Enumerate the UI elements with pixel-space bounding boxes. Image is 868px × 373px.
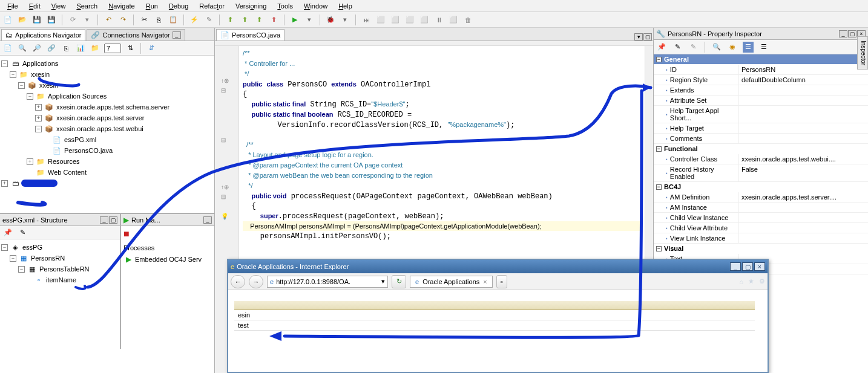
prop-category[interactable]: − General [654,54,868,65]
prop-row[interactable]: ▪View Link Instance [654,233,868,244]
ie-close-icon[interactable]: × [754,262,765,271]
cut-icon[interactable]: ✂ [139,15,150,25]
redo-icon[interactable]: ↷ [117,15,128,25]
prop-row[interactable]: ▪Attribute Set [654,96,868,106]
tab-applications-navigator[interactable]: 🗂 Applications Navigator [1,29,85,41]
tree-pkg3[interactable]: xxesin.oracle.apps.test.webui [55,125,145,132]
side-tab-inspector[interactable]: Inspector [857,36,868,70]
prop-row[interactable]: ▪Child View Instance [654,213,868,223]
save-icon[interactable]: 💾 [31,15,42,25]
deploy4-icon[interactable]: ⬆ [268,15,279,25]
ie-tab[interactable]: e Oracle Applications × [410,276,493,288]
struct-edit-icon[interactable]: ✎ [17,227,28,238]
tree-collapse-icon[interactable]: − [1,60,8,67]
nav-chart-icon[interactable]: 📊 [75,43,86,54]
ie-address-bar[interactable]: e http://127.0.0.1:8988/OA. ▾ [267,276,388,288]
tree-collapse-icon[interactable]: − [18,266,25,273]
ie-refresh-icon[interactable]: ↻ [392,275,406,288]
panel-max-icon[interactable]: ▢ [109,216,117,224]
tree-collapse-icon[interactable]: − [10,255,16,262]
tree-root[interactable]: Applications [21,60,59,67]
insp-list-icon[interactable]: ☰ [758,42,769,53]
menu-debug[interactable]: Debug [164,1,193,11]
pause-icon[interactable]: ⏸ [433,15,444,25]
ie-newtab-icon[interactable]: ▫ [496,275,507,288]
tree-expand-icon[interactable]: + [27,158,33,165]
panel-max-icon[interactable]: ▢ [848,30,856,37]
nav-new-icon[interactable]: 📄 [2,43,13,54]
prop-category[interactable]: − Visual [654,244,868,254]
menu-tools[interactable]: Tools [272,1,298,11]
terminate-icon[interactable]: ⬜ [448,15,459,25]
tree-appsrc[interactable]: Application Sources [47,92,108,100]
debug-icon[interactable]: 🐞 [325,15,336,25]
prop-row[interactable]: ▪AM Instance [654,203,868,213]
applications-tree[interactable]: −🗃Applications −📁xxesin −📦xxesin −📁Appli… [0,56,214,213]
deploy-icon[interactable]: ⬆ [225,15,235,25]
tree-expand-icon[interactable]: + [35,104,42,111]
nav-spin-icon[interactable]: ⇅ [125,43,136,54]
prop-row[interactable]: ▪Comments [654,134,868,144]
prop-row[interactable]: ▪Record History EnabledFalse [654,164,868,182]
deploy2-icon[interactable]: ⬆ [239,15,250,25]
step-icon[interactable]: ⬜ [404,15,415,25]
nav-link-icon[interactable]: 🔗 [46,43,57,54]
ie-home-icon[interactable]: ⌂ [739,278,743,285]
prop-row[interactable]: ▪Controller Classxxesin.oracle.apps.test… [654,154,868,164]
step-over-icon[interactable]: ⏭ [361,15,372,25]
insp-edit-icon[interactable]: ✎ [672,42,683,53]
tree-file2[interactable]: PersonsCO.java [63,147,114,154]
struct-root[interactable]: essPG [21,244,44,251]
run-stop-icon[interactable]: ■ [123,229,130,239]
nav-folder-icon[interactable]: 📁 [90,43,100,54]
tree-pkg1[interactable]: xxesin.oracle.apps.test.schema.server [55,103,171,111]
prop-row[interactable]: ▪Region StyledefaultDoubleColumn [654,75,868,85]
insp-edit2-icon[interactable]: ✎ [688,42,699,53]
tree-collapse-icon[interactable]: − [18,82,25,89]
struct-n1[interactable]: PersonsRN [30,255,66,262]
editor-dd-icon[interactable]: ▾ [634,33,643,41]
nav-copy-icon[interactable]: ⎘ [61,43,71,54]
tree-file1[interactable]: essPG.xml [63,136,97,143]
ie-tab-close-icon[interactable]: × [483,278,487,285]
wand2-icon[interactable]: ✎ [203,15,214,25]
stop-icon[interactable]: ▾ [82,15,93,25]
struct-n3[interactable]: itemName [45,276,77,284]
run-dd-icon[interactable]: ▾ [304,15,315,25]
step-into-icon[interactable]: ⬜ [375,15,386,25]
tree-web[interactable]: Web Content [47,169,88,176]
ie-fav-icon[interactable]: ★ [748,277,754,285]
prop-category[interactable]: − BC4J [654,182,868,192]
open-icon[interactable]: 📂 [17,15,28,25]
editor-tab-personsco[interactable]: 📄 PersonsCO.java [216,29,284,41]
tree-collapse-icon[interactable]: − [35,126,42,132]
nav-filter-icon[interactable]: 🔎 [31,43,42,54]
menu-navigate[interactable]: Navigate [104,1,139,11]
step-out-icon[interactable]: ⬜ [390,15,401,25]
menu-help[interactable]: Help [334,1,357,11]
insp-pin-icon[interactable]: 📌 [656,42,667,53]
nav-sort-icon[interactable]: ⇵ [146,43,157,54]
run-icon[interactable]: ▶ [289,15,300,25]
run-item[interactable]: Embedded OC4J Serv [134,256,203,263]
tree-proj[interactable]: xxesin [30,71,51,78]
editor-max-icon[interactable]: ▢ [643,33,652,41]
wand-icon[interactable]: ⚡ [189,15,200,25]
refresh-icon[interactable]: ⟳ [67,15,78,25]
tree-collapse-icon[interactable]: − [10,71,16,78]
menu-search[interactable]: Search [71,1,102,11]
panel-min-icon[interactable]: _ [100,216,108,224]
prop-row[interactable]: ▪Help Target Appl Short... [654,106,868,123]
prop-row[interactable]: ▪AM Definitionxxesin.oracle.apps.test.se… [654,192,868,203]
tree-expand-icon[interactable]: + [1,180,8,187]
menu-versioning[interactable]: Versioning [231,1,271,11]
tree-res[interactable]: Resources [47,158,81,165]
ie-fwd-icon[interactable]: → [249,275,263,288]
menu-window[interactable]: Window [299,1,332,11]
tree-projchild[interactable]: xxesin [38,82,59,89]
paste-icon[interactable]: 📋 [168,15,179,25]
menu-run[interactable]: Run [141,1,163,11]
struct-pin-icon[interactable]: 📌 [2,227,13,238]
debug-dd-icon[interactable]: ▾ [340,15,350,25]
tab-connections-navigator[interactable]: 🔗 Connections Navigator _ [87,29,185,41]
